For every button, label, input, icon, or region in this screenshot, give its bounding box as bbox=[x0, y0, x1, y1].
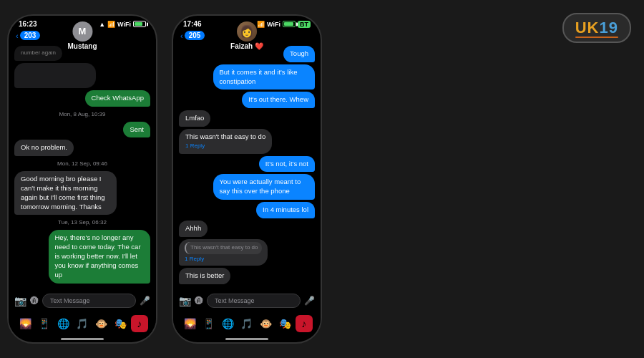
msg-bubble: You were actually meant to say this over… bbox=[213, 174, 316, 200]
status-icons-2: 📶 WiFi BT bbox=[257, 21, 311, 28]
music-icon-3[interactable]: 🎵 bbox=[238, 315, 255, 332]
monkey-icon-2[interactable]: 🐵 bbox=[258, 315, 275, 332]
appstore-icon[interactable]: 📱 bbox=[36, 315, 53, 332]
input-bar-2: 📷 🅐 Text Message 🎤 bbox=[173, 290, 321, 311]
contact-name-1: Mustang bbox=[67, 42, 97, 50]
app-icon-2[interactable]: 🅐 bbox=[195, 296, 203, 306]
timestamp: Mon, 8 Aug, 10:39 bbox=[14, 111, 150, 117]
time-1: 16:23 bbox=[19, 20, 37, 28]
avatar-2: 👩 bbox=[237, 21, 257, 42]
back-badge-2[interactable]: 205 bbox=[185, 31, 205, 40]
messages-area-2: Tough But it comes it and it's like cons… bbox=[173, 43, 321, 290]
back-button-1[interactable]: ‹ 203 bbox=[16, 31, 40, 40]
home-indicator-2 bbox=[225, 338, 268, 340]
msg-bubble bbox=[14, 63, 96, 88]
nav-bar-2: ‹ 205 👩 Faizah ❤️ bbox=[173, 29, 321, 43]
avatar-1: M bbox=[72, 21, 92, 42]
contact-info-2[interactable]: 👩 Faizah ❤️ bbox=[230, 21, 263, 50]
msg-bubble: But it comes it and it's like constipati… bbox=[213, 64, 316, 90]
battery-icon-1 bbox=[133, 21, 146, 27]
reply-count[interactable]: 1 Reply bbox=[185, 256, 262, 263]
msg-bubble: Sent bbox=[123, 122, 150, 138]
msg-bubble: Good morning bro please I can't make it … bbox=[14, 171, 117, 215]
main-container: 16:23 ▲ 📶 WiFi ‹ 203 M Mustang num bbox=[0, 0, 644, 358]
msg-bubble: Tough bbox=[283, 46, 315, 62]
msg-bubble: This is better bbox=[179, 268, 230, 284]
logo-uk: UK bbox=[575, 19, 600, 37]
status-icons-1: ▲ 📶 WiFi bbox=[99, 21, 146, 28]
chrome-icon-2[interactable]: 🌐 bbox=[219, 315, 236, 332]
chrome-icon[interactable]: 🌐 bbox=[54, 315, 72, 332]
app-icon[interactable]: 🅐 bbox=[30, 296, 39, 306]
message-input-1[interactable]: Text Message bbox=[42, 294, 136, 308]
time-2: 17:46 bbox=[183, 20, 202, 28]
back-badge-1[interactable]: 203 bbox=[20, 31, 41, 40]
msg-bubble: Ahhh bbox=[179, 221, 208, 237]
contact-info-1[interactable]: M Mustang bbox=[67, 21, 97, 50]
photos-icon-2[interactable]: 🌄 bbox=[181, 315, 198, 332]
back-button-2[interactable]: ‹ 205 bbox=[180, 31, 205, 40]
camera-icon-2[interactable]: 📷 bbox=[179, 295, 191, 306]
timestamp: Tue, 13 Sep, 06:32 bbox=[14, 219, 150, 226]
reply-preview: This wasn't that easy to do bbox=[185, 242, 262, 254]
msg-bubble: Ok no problem. bbox=[14, 140, 74, 156]
msg-bubble: This wasn't that easy to do 1 Reply bbox=[179, 129, 272, 154]
battery-icon-2 bbox=[283, 21, 296, 27]
contact-name-2: Faizah ❤️ bbox=[230, 42, 263, 50]
phone-1: 16:23 ▲ 📶 WiFi ‹ 203 M Mustang num bbox=[7, 14, 157, 344]
msg-bubble: number again bbox=[14, 46, 62, 61]
logo-underline bbox=[575, 37, 618, 38]
messages-area-1: number again Check WhatsApp Mon, 8 Aug, … bbox=[9, 43, 156, 290]
reply-thread-bubble: This wasn't that easy to do 1 Reply bbox=[179, 239, 268, 266]
dock-2: 🌄 📱 🌐 🎵 🐵 🎭 ♪ bbox=[173, 311, 321, 338]
input-bar-1: 📷 🅐 Text Message 🎤 bbox=[9, 290, 156, 311]
msg-bubble: Check WhatsApp bbox=[85, 90, 150, 107]
phone-2: 17:46 📶 WiFi BT ‹ 205 👩 Faizah ❤️ bbox=[172, 14, 322, 344]
appstore-icon-2[interactable]: 📱 bbox=[200, 315, 218, 332]
reply-label[interactable]: 1 Reply bbox=[185, 142, 265, 150]
msg-bubble: It's out there. Whew bbox=[242, 92, 315, 108]
music-icon-1[interactable]: 🎵 bbox=[74, 315, 91, 332]
msg-bubble: Hey, there's no longer any need to come … bbox=[49, 230, 151, 283]
mic-icon-2[interactable]: 🎤 bbox=[304, 296, 315, 306]
logo-19: 19 bbox=[600, 19, 618, 37]
logo-badge: UK 19 bbox=[562, 13, 631, 43]
message-input-2[interactable]: Text Message bbox=[207, 294, 301, 308]
photos-icon[interactable]: 🌄 bbox=[16, 315, 34, 332]
emoji-icon[interactable]: 🎭 bbox=[112, 315, 129, 332]
home-indicator-1 bbox=[61, 338, 104, 340]
timestamp: Mon, 12 Sep, 09:46 bbox=[14, 160, 150, 167]
msg-bubble: It's not, it's not bbox=[259, 156, 315, 173]
dock-1: 🌄 📱 🌐 🎵 🐵 🎭 ♪ bbox=[9, 311, 156, 338]
mic-icon[interactable]: 🎤 bbox=[140, 296, 150, 306]
camera-icon[interactable]: 📷 bbox=[14, 295, 26, 306]
emoji-icon-2[interactable]: 🎭 bbox=[276, 315, 293, 332]
msg-bubble: Lmfao bbox=[179, 110, 210, 127]
nav-bar-1: ‹ 203 M Mustang bbox=[9, 29, 156, 43]
monkey-icon[interactable]: 🐵 bbox=[93, 315, 110, 332]
msg-bubble: In 4 minutes lol bbox=[256, 202, 315, 218]
music-icon-4[interactable]: ♪ bbox=[296, 315, 313, 332]
music-icon-2[interactable]: ♪ bbox=[131, 315, 148, 332]
